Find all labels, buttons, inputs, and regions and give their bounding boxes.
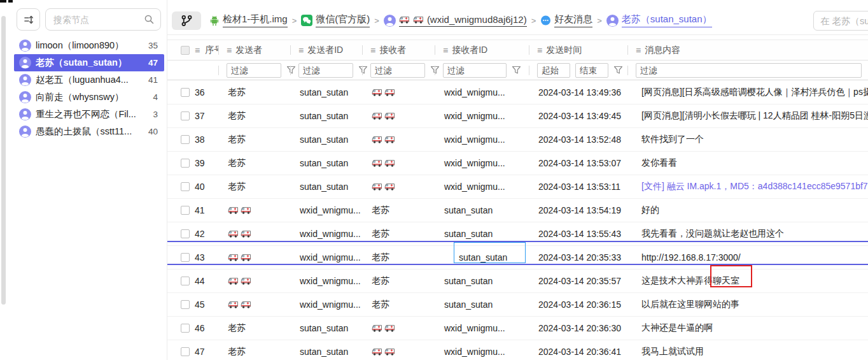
- cell-receiver[interactable]: [362, 175, 435, 198]
- cell-num[interactable]: 40: [167, 175, 218, 198]
- cell-num[interactable]: 43: [167, 246, 218, 269]
- column-header-msg[interactable]: ≡消息内容: [627, 40, 868, 60]
- cell-num[interactable]: 44: [167, 270, 218, 292]
- cell-sender-id[interactable]: sutan_sutan: [290, 104, 362, 127]
- cell-sender[interactable]: 老苏: [218, 81, 290, 104]
- breadcrumb-item[interactable]: (wxid_wnigmud8aj6j12): [384, 14, 527, 27]
- cell-time[interactable]: 2024-03-14 20:36:41: [529, 340, 627, 360]
- cell-sender[interactable]: [218, 293, 290, 316]
- row-checkbox[interactable]: [181, 88, 190, 97]
- filter-input-sender[interactable]: [227, 63, 281, 78]
- message-row[interactable]: 38老苏sutan_sutanwxid_wnigmu...2024-03-14 …: [167, 128, 868, 152]
- row-checkbox[interactable]: [181, 135, 190, 144]
- contact-item[interactable]: 愚蠢的土拨鼠（sstt11...40: [14, 123, 164, 140]
- breadcrumb-item[interactable]: 微信(官方版): [301, 13, 370, 27]
- cell-sender[interactable]: 老苏: [218, 175, 290, 198]
- tree-view-button[interactable]: [172, 11, 201, 30]
- filter-input-msg[interactable]: [636, 63, 862, 78]
- cell-receiver-id[interactable]: wxid_wnigmu...: [435, 340, 529, 360]
- cell-receiver[interactable]: 老苏: [362, 246, 435, 269]
- cell-time[interactable]: 2024-03-14 13:49:36: [529, 81, 627, 104]
- sort-button[interactable]: [17, 8, 40, 31]
- cell-receiver[interactable]: 老苏: [362, 270, 435, 292]
- column-header-num[interactable]: ≡序号: [167, 40, 218, 60]
- cell-sender[interactable]: [218, 222, 290, 245]
- cell-sender[interactable]: 老苏: [218, 340, 290, 360]
- table-search-input[interactable]: [813, 11, 868, 31]
- contact-item[interactable]: limoon（limoon890）35: [14, 37, 164, 54]
- cell-sender-id[interactable]: wxid_wnigmu...: [290, 293, 362, 316]
- cell-receiver[interactable]: 老苏: [362, 199, 435, 222]
- cell-time[interactable]: 2024-03-14 20:35:33: [529, 246, 627, 269]
- column-header-receiver_id[interactable]: ≡接收者ID: [435, 40, 529, 60]
- column-header-time[interactable]: ≡发送时间: [529, 40, 627, 60]
- cell-message[interactable]: 以后就在这里聊网站的事: [627, 293, 868, 316]
- contact-item[interactable]: 老苏（sutan_sutan）47: [14, 54, 164, 71]
- cell-time[interactable]: 2024-03-14 13:49:45: [529, 104, 627, 127]
- cell-message[interactable]: 好的: [627, 199, 868, 222]
- cell-sender-id[interactable]: sutan_sutan: [290, 317, 362, 340]
- cell-receiver-id[interactable]: sutan_sutan: [435, 293, 529, 316]
- cell-time[interactable]: 2024-03-14 20:35:57: [529, 270, 627, 292]
- row-checkbox[interactable]: [181, 253, 190, 262]
- breadcrumb-item[interactable]: 检材1-手机.img: [209, 13, 288, 27]
- cell-sender[interactable]: [218, 270, 290, 292]
- filter-input-sender_id[interactable]: [298, 63, 353, 78]
- cell-receiver-id[interactable]: wxid_wnigmu...: [435, 81, 529, 104]
- cell-receiver-id[interactable]: wxid_wnigmu...: [435, 128, 529, 151]
- cell-sender-id[interactable]: wxid_wnigmu...: [290, 270, 362, 292]
- cell-receiver-id[interactable]: wxid_wnigmu...: [435, 104, 529, 127]
- message-row[interactable]: 46老苏sutan_sutanwxid_wnigmu...2024-03-14 …: [167, 317, 868, 340]
- sidebar-scrollbar-thumb[interactable]: [1, 16, 6, 305]
- cell-receiver[interactable]: [362, 81, 435, 104]
- message-row[interactable]: 42wxid_wnigmu...老苏sutan_sutan2024-03-14 …: [167, 222, 868, 246]
- cell-receiver[interactable]: [362, 128, 435, 151]
- row-checkbox[interactable]: [181, 277, 190, 285]
- cell-receiver-id[interactable]: wxid_wnigmu...: [435, 317, 529, 340]
- message-row[interactable]: 44wxid_wnigmu...老苏sutan_sutan2024-03-14 …: [167, 270, 868, 293]
- contact-item[interactable]: 向前走（whysnswy）4: [14, 89, 164, 106]
- message-row[interactable]: 40老苏sutan_sutanwxid_wnigmu...2024-03-14 …: [167, 175, 868, 199]
- row-checkbox[interactable]: [181, 159, 190, 168]
- contact-item[interactable]: 重生之再也不网恋（Fil...3: [14, 106, 164, 123]
- cell-sender[interactable]: 老苏: [218, 317, 290, 340]
- select-all-checkbox[interactable]: [181, 46, 190, 55]
- cell-message[interactable]: 我马上就试试用: [627, 340, 868, 360]
- row-checkbox[interactable]: [181, 229, 190, 238]
- cell-receiver-id[interactable]: wxid_wnigmu...: [435, 152, 529, 175]
- cell-receiver[interactable]: [362, 152, 435, 175]
- cell-message[interactable]: 大神还是牛逼的啊: [627, 317, 868, 340]
- cell-num[interactable]: 37: [167, 104, 218, 127]
- cell-sender[interactable]: [218, 246, 290, 269]
- cell-time[interactable]: 2024-03-14 13:55:43: [529, 222, 627, 245]
- cell-message[interactable]: http://192.168.8.17:3000/: [627, 246, 868, 269]
- cell-message[interactable]: [网页消息][日系高级感暗调樱花人像｜泽村洋兵仿色｜ps摄: [627, 81, 868, 104]
- cell-sender-id[interactable]: sutan_sutan: [290, 152, 362, 175]
- cell-sender-id[interactable]: sutan_sutan: [290, 175, 362, 198]
- cell-time[interactable]: 2024-03-14 13:53:07: [529, 152, 627, 175]
- filter-input-receiver_id[interactable]: [443, 63, 507, 78]
- cell-sender-id[interactable]: sutan_sutan: [290, 340, 362, 360]
- cell-message[interactable]: 这是技术大神弄得聊天室: [627, 270, 868, 292]
- breadcrumb-item[interactable]: 老苏（sutan_sutan）: [606, 13, 712, 27]
- cell-time[interactable]: 2024-03-14 13:52:48: [529, 128, 627, 151]
- cell-sender-id[interactable]: sutan_sutan: [290, 81, 362, 104]
- cell-sender-id[interactable]: sutan_sutan: [290, 128, 362, 151]
- row-checkbox[interactable]: [181, 300, 190, 309]
- cell-time[interactable]: 2024-03-14 20:36:30: [529, 317, 627, 340]
- row-checkbox[interactable]: [181, 112, 190, 120]
- cell-sender-id[interactable]: wxid_wnigmu...: [290, 246, 362, 269]
- message-row[interactable]: 39老苏sutan_sutanwxid_wnigmu...2024-03-14 …: [167, 152, 868, 175]
- cell-time[interactable]: 2024-03-14 20:36:15: [529, 293, 627, 316]
- message-row[interactable]: 45wxid_wnigmu...老苏sutan_sutan2024-03-14 …: [167, 293, 868, 317]
- cell-time[interactable]: 2024-03-14 13:54:19: [529, 199, 627, 222]
- row-checkbox[interactable]: [181, 182, 190, 191]
- cell-sender[interactable]: [218, 199, 290, 222]
- cell-num[interactable]: 41: [167, 199, 218, 222]
- message-row[interactable]: 36老苏sutan_sutanwxid_wnigmu...2024-03-14 …: [167, 81, 868, 104]
- row-checkbox[interactable]: [181, 206, 190, 215]
- cell-receiver[interactable]: [362, 317, 435, 340]
- cell-num[interactable]: 46: [167, 317, 218, 340]
- cell-receiver-id[interactable]: sutan_sutan: [435, 199, 529, 222]
- cell-message[interactable]: 我先看看，没问题就让老赵也用这个: [627, 222, 868, 245]
